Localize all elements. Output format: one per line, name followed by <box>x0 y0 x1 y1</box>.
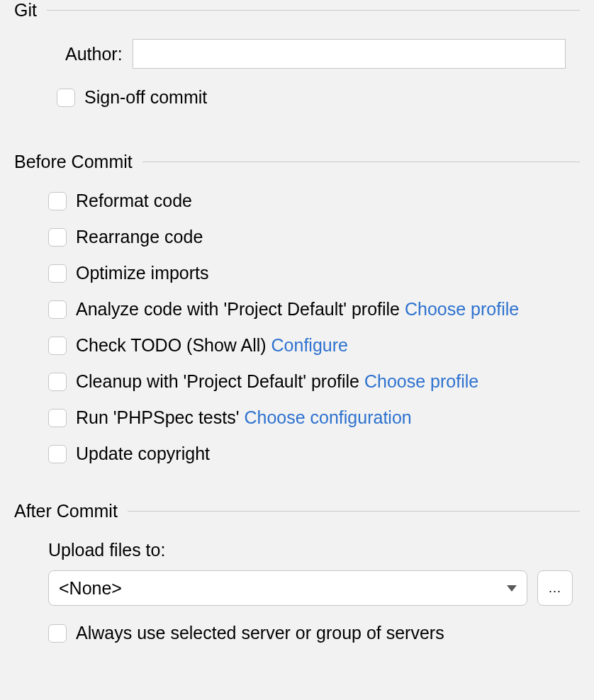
git-section-title: Git <box>14 0 37 21</box>
cleanup-checkbox[interactable] <box>48 373 67 391</box>
git-section-header: Git <box>14 0 580 21</box>
upload-files-value: <None> <box>59 578 122 599</box>
check-todo-configure-link[interactable]: Configure <box>271 335 348 356</box>
reformat-code-checkbox[interactable] <box>48 192 67 210</box>
analyze-code-label: Analyze code with 'Project Default' prof… <box>76 299 405 320</box>
before-commit-section-header: Before Commit <box>14 152 580 172</box>
optimize-imports-checkbox[interactable] <box>48 264 67 283</box>
upload-files-label: Upload files to: <box>48 540 573 560</box>
ellipsis-icon: ... <box>549 581 561 596</box>
signoff-label: Sign-off commit <box>84 87 207 108</box>
cleanup-label: Cleanup with 'Project Default' profile <box>76 371 364 392</box>
update-copyright-label: Update copyright <box>76 444 210 464</box>
before-commit-section-title: Before Commit <box>14 152 133 172</box>
author-input[interactable] <box>133 39 566 69</box>
upload-browse-button[interactable]: ... <box>537 570 573 606</box>
after-commit-section-header: After Commit <box>14 501 580 521</box>
optimize-imports-label: Optimize imports <box>76 263 209 283</box>
upload-files-select[interactable]: <None> <box>48 570 527 606</box>
separator <box>47 10 580 11</box>
run-choose-configuration-link[interactable]: Choose configuration <box>244 407 411 428</box>
rearrange-code-checkbox[interactable] <box>48 228 67 247</box>
separator <box>142 162 580 162</box>
author-label: Author: <box>65 44 123 64</box>
after-commit-section-title: After Commit <box>14 501 118 521</box>
rearrange-code-label: Rearrange code <box>76 227 203 247</box>
reformat-code-label: Reformat code <box>76 191 192 211</box>
separator <box>128 511 580 512</box>
analyze-choose-profile-link[interactable]: Choose profile <box>405 299 519 320</box>
analyze-code-checkbox[interactable] <box>48 300 67 319</box>
check-todo-checkbox[interactable] <box>48 337 67 355</box>
chevron-down-icon <box>507 585 517 592</box>
check-todo-label: Check TODO (Show All) <box>76 335 271 356</box>
run-tests-label: Run 'PHPSpec tests' <box>76 407 244 428</box>
always-use-server-label: Always use selected server or group of s… <box>76 623 444 643</box>
cleanup-choose-profile-link[interactable]: Choose profile <box>364 371 478 392</box>
always-use-server-checkbox[interactable] <box>48 624 67 643</box>
update-copyright-checkbox[interactable] <box>48 445 67 463</box>
run-tests-checkbox[interactable] <box>48 409 67 427</box>
signoff-checkbox[interactable] <box>57 89 75 107</box>
